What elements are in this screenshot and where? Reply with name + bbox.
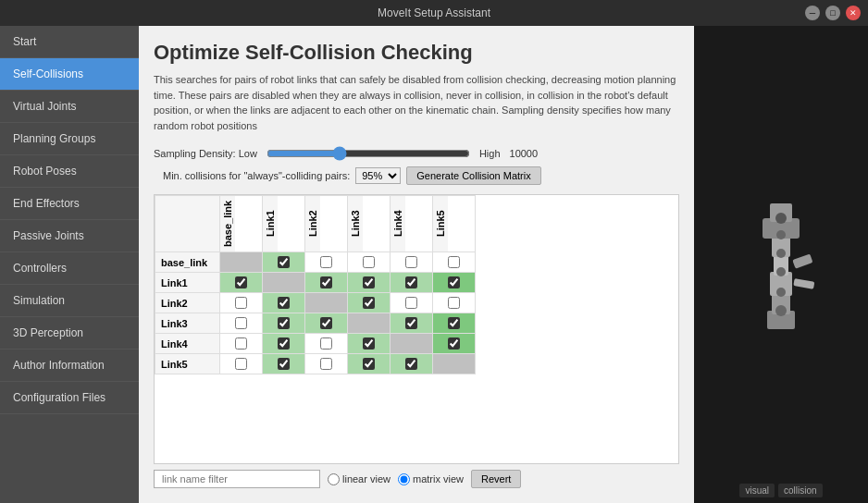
collision-checkbox[interactable] xyxy=(278,337,290,350)
density-slider[interactable] xyxy=(267,146,470,161)
matrix-view-option[interactable]: matrix view xyxy=(398,473,464,485)
minimize-button[interactable]: ─ xyxy=(805,6,820,20)
row-header-link4: Link4 xyxy=(155,334,220,354)
sidebar-item-end-effectors[interactable]: End Effectors xyxy=(0,188,139,220)
matrix-cell[interactable] xyxy=(348,293,391,313)
matrix-cell[interactable] xyxy=(391,252,433,273)
matrix-cell[interactable] xyxy=(433,334,476,354)
collision-btn[interactable]: collision xyxy=(778,484,823,497)
sidebar-item-passive-joints[interactable]: Passive Joints xyxy=(0,220,139,252)
matrix-cell[interactable] xyxy=(348,334,391,354)
matrix-view-radio[interactable] xyxy=(398,473,410,485)
svg-point-8 xyxy=(776,288,786,297)
collision-checkbox[interactable] xyxy=(448,256,460,268)
matrix-cell[interactable] xyxy=(391,354,433,374)
collision-checkbox[interactable] xyxy=(235,358,247,370)
matrix-cell[interactable] xyxy=(391,273,433,293)
collision-checkbox[interactable] xyxy=(448,337,460,350)
matrix-cell[interactable] xyxy=(305,334,348,354)
collision-checkbox[interactable] xyxy=(363,276,375,288)
revert-button[interactable]: Revert xyxy=(471,470,521,488)
matrix-cell[interactable] xyxy=(391,313,433,334)
matrix-cell[interactable] xyxy=(220,313,263,334)
matrix-cell[interactable] xyxy=(348,273,391,293)
sidebar-item-simulation[interactable]: Simulation xyxy=(0,285,139,317)
collision-checkbox[interactable] xyxy=(363,337,375,350)
col-header-link4: Link4 xyxy=(391,196,433,252)
link-name-filter[interactable] xyxy=(154,470,320,488)
sidebar-item-robot-poses[interactable]: Robot Poses xyxy=(0,155,139,188)
linear-view-option[interactable]: linear view xyxy=(328,473,391,485)
matrix-cell[interactable] xyxy=(305,313,348,334)
robot-visualization xyxy=(716,172,846,357)
collision-checkbox[interactable] xyxy=(320,337,332,350)
generate-collision-matrix-button[interactable]: Generate Collision Matrix xyxy=(406,166,541,185)
matrix-cell[interactable] xyxy=(433,252,476,273)
collision-checkbox[interactable] xyxy=(320,317,332,329)
matrix-cell[interactable] xyxy=(220,334,263,354)
matrix-cell[interactable] xyxy=(263,334,305,354)
collision-checkbox[interactable] xyxy=(363,297,375,309)
matrix-cell[interactable] xyxy=(220,273,263,293)
collision-checkbox[interactable] xyxy=(320,276,332,288)
collision-checkbox[interactable] xyxy=(363,358,375,370)
percent-select[interactable]: 95% 90% 85% xyxy=(355,167,401,184)
collision-checkbox[interactable] xyxy=(278,358,290,370)
collision-checkbox[interactable] xyxy=(448,276,460,288)
sidebar-item-self-collisions[interactable]: Self-Collisions xyxy=(0,58,139,91)
collision-checkbox[interactable] xyxy=(235,276,247,288)
matrix-cell[interactable] xyxy=(305,273,348,293)
collision-checkbox[interactable] xyxy=(235,317,247,329)
collision-checkbox[interactable] xyxy=(405,276,417,288)
matrix-cell xyxy=(433,354,476,374)
sidebar-item-configuration-files[interactable]: Configuration Files xyxy=(0,382,139,414)
matrix-cell[interactable] xyxy=(220,354,263,374)
matrix-cell xyxy=(220,252,263,273)
matrix-cell[interactable] xyxy=(263,293,305,313)
matrix-cell[interactable] xyxy=(348,252,391,273)
row-header-link3: Link3 xyxy=(155,313,220,334)
matrix-cell[interactable] xyxy=(391,293,433,313)
matrix-cell xyxy=(348,313,391,334)
collision-checkbox[interactable] xyxy=(235,297,247,309)
sidebar-item-virtual-joints[interactable]: Virtual Joints xyxy=(0,91,139,123)
slider-container xyxy=(267,146,470,161)
matrix-cell[interactable] xyxy=(220,293,263,313)
close-button[interactable]: ✕ xyxy=(846,6,861,20)
collision-checkbox[interactable] xyxy=(448,297,460,309)
sidebar-item-planning-groups[interactable]: Planning Groups xyxy=(0,123,139,155)
matrix-cell[interactable] xyxy=(433,293,476,313)
matrix-cell[interactable] xyxy=(263,354,305,374)
table-row: base_link xyxy=(155,252,476,273)
sidebar-item-author-information[interactable]: Author Information xyxy=(0,350,139,382)
collision-checkbox[interactable] xyxy=(278,256,290,268)
matrix-cell[interactable] xyxy=(305,252,348,273)
svg-point-9 xyxy=(776,267,786,276)
collision-checkbox[interactable] xyxy=(405,358,417,370)
linear-view-radio[interactable] xyxy=(328,473,340,485)
sidebar-item-3d-perception[interactable]: 3D Perception xyxy=(0,317,139,350)
matrix-cell[interactable] xyxy=(433,313,476,334)
svg-point-7 xyxy=(775,305,787,316)
collision-checkbox[interactable] xyxy=(320,256,332,268)
collision-checkbox[interactable] xyxy=(405,317,417,329)
matrix-cell[interactable] xyxy=(433,273,476,293)
matrix-cell[interactable] xyxy=(305,354,348,374)
collision-checkbox[interactable] xyxy=(235,337,247,350)
matrix-cell[interactable] xyxy=(263,252,305,273)
matrix-cell[interactable] xyxy=(348,354,391,374)
visual-btn[interactable]: visual xyxy=(739,484,775,497)
maximize-button[interactable]: □ xyxy=(825,6,840,20)
collision-checkbox[interactable] xyxy=(405,256,417,268)
collision-checkbox[interactable] xyxy=(320,358,332,370)
collision-checkbox[interactable] xyxy=(405,297,417,309)
collision-checkbox[interactable] xyxy=(278,297,290,309)
collision-checkbox[interactable] xyxy=(448,317,460,329)
matrix-cell[interactable] xyxy=(263,313,305,334)
sidebar-item-controllers[interactable]: Controllers xyxy=(0,252,139,285)
sampling-high-label: High xyxy=(479,148,501,159)
collision-checkbox[interactable] xyxy=(278,317,290,329)
linear-view-label: linear view xyxy=(342,473,391,485)
sidebar-item-start[interactable]: Start xyxy=(0,26,139,58)
collision-checkbox[interactable] xyxy=(363,256,375,268)
